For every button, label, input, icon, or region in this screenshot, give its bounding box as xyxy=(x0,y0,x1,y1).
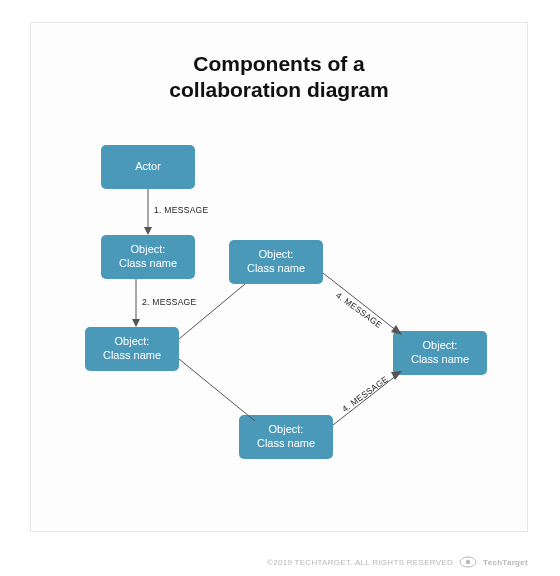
node-object-d-label: Object: Class name xyxy=(257,423,315,451)
node-actor-label: Actor xyxy=(135,160,161,174)
node-object-a: Object: Class name xyxy=(101,235,195,279)
title-line-2: collaboration diagram xyxy=(169,78,388,101)
message-2: 2. MESSAGE xyxy=(142,297,197,307)
svg-marker-3 xyxy=(132,319,140,327)
node-object-d: Object: Class name xyxy=(239,415,333,459)
node-object-c-label: Object: Class name xyxy=(247,248,305,276)
node-object-b: Object: Class name xyxy=(85,327,179,371)
svg-marker-1 xyxy=(144,227,152,235)
title-line-1: Components of a xyxy=(193,52,365,75)
svg-line-5 xyxy=(179,359,255,421)
footer: ©2019 TECHTARGET. ALL RIGHTS RESERVED Te… xyxy=(267,556,528,568)
node-object-e: Object: Class name xyxy=(393,331,487,375)
message-1: 1. MESSAGE xyxy=(154,205,209,215)
svg-line-6 xyxy=(323,273,397,331)
node-object-e-label: Object: Class name xyxy=(411,339,469,367)
diagram-frame: Components of a collaboration diagram Ac… xyxy=(30,22,528,532)
svg-line-4 xyxy=(179,284,245,339)
node-object-c: Object: Class name xyxy=(229,240,323,284)
node-object-a-label: Object: Class name xyxy=(119,243,177,271)
footer-brand: TechTarget xyxy=(483,558,528,567)
node-actor: Actor xyxy=(101,145,195,189)
message-4-bottom: 4. MESSAGE xyxy=(340,374,390,414)
svg-point-11 xyxy=(466,560,470,564)
brand-eye-icon xyxy=(459,556,477,568)
footer-copyright: ©2019 TECHTARGET. ALL RIGHTS RESERVED xyxy=(267,558,453,567)
diagram-title: Components of a collaboration diagram xyxy=(31,51,527,102)
node-object-b-label: Object: Class name xyxy=(103,335,161,363)
message-4-top: 4. MESSAGE xyxy=(334,290,384,330)
